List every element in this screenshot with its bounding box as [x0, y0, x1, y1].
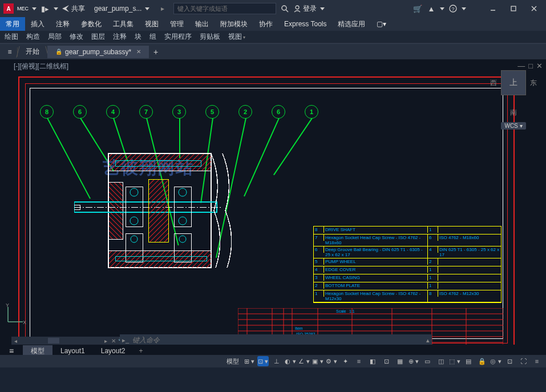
cycling-icon[interactable]: ⊡	[381, 356, 392, 366]
ribbon-tab-annotate[interactable]: 注释	[50, 17, 75, 31]
folder-icon[interactable]: ▮▸	[40, 3, 50, 14]
isodraft-icon[interactable]: ∠ ▾	[298, 356, 310, 366]
ribbon-tab-parametric[interactable]: 参数化	[75, 17, 107, 31]
command-input[interactable]	[132, 336, 423, 344]
ribbon-tab-collab[interactable]: 协作	[253, 17, 278, 31]
ribbon-tab-view[interactable]: 视图	[139, 17, 164, 31]
search-icon[interactable]	[280, 3, 290, 14]
balloon-1: 1	[305, 105, 318, 119]
ribbon-tab-addins[interactable]: 附加模块	[215, 17, 253, 31]
add-layout-button[interactable]: +	[133, 347, 148, 355]
ribbon-tab-manage[interactable]: 管理	[164, 17, 189, 31]
units-icon[interactable]: ⬚ ▾	[449, 356, 460, 366]
balloon-2: 2	[238, 105, 252, 119]
filename-display[interactable]: gear_pump_s...	[94, 5, 141, 13]
panel-annotation[interactable]: 注释	[111, 32, 129, 42]
status-model-label[interactable]: 模型	[224, 357, 241, 366]
command-line[interactable]: ▸_ ▴	[120, 334, 432, 346]
filename-dropdown[interactable]	[145, 7, 149, 10]
bom-row: 5PUMP WHEEL2	[314, 258, 501, 266]
osnap-icon[interactable]: ▣ ▾	[312, 356, 323, 366]
quickprops-icon[interactable]: ▤	[463, 356, 474, 366]
minimize-button[interactable]	[484, 3, 501, 14]
panel-construct[interactable]: 构造	[24, 32, 42, 42]
open-dropdown[interactable]	[54, 7, 58, 10]
ribbon-tab-featured[interactable]: 精选应用	[332, 17, 371, 31]
customize-icon[interactable]: ≡	[531, 356, 543, 366]
new-tab-button[interactable]: +	[149, 47, 163, 56]
panel-group[interactable]: 组	[147, 32, 159, 42]
status-bar: 模型 ⊞ ▾ ⊡ ▾ ⊥ ◐ ▾ ∠ ▾ ▣ ▾ ⚙ ▾ ✦ ≡ ◧ ⊡ ▦ ⊕…	[0, 355, 546, 367]
autodesk-icon[interactable]: ▲	[426, 3, 436, 14]
dynamic-ucs-icon[interactable]: ⊕ ▾	[408, 356, 419, 366]
svg-point-25	[131, 236, 137, 243]
panel-layers[interactable]: 图层	[89, 32, 107, 42]
hwacc-icon[interactable]: ⊡	[504, 356, 515, 366]
scroll-left-icon[interactable]: ◂	[11, 338, 19, 344]
ribbon-tab-common[interactable]: 常用	[0, 17, 25, 31]
app-logo[interactable]: A	[3, 3, 14, 14]
autodesk-dropdown[interactable]	[440, 7, 444, 10]
viewport-label[interactable]: [-][俯视][二维线框]	[14, 62, 68, 71]
cmdline-recent-icon[interactable]: ▴	[426, 337, 430, 344]
scroll-right-icon[interactable]: ▸	[102, 338, 110, 344]
gizmo-icon[interactable]: ◫	[435, 356, 447, 366]
cart-icon[interactable]: 🛒	[412, 3, 423, 14]
viewcube-east[interactable]: 东	[530, 78, 537, 88]
panel-clipboard[interactable]: 剪贴板	[197, 32, 223, 42]
share-button[interactable]: 共享	[62, 4, 85, 14]
tab-gear-pump[interactable]: 🔒 gear_pump_subassy* ✕	[47, 46, 149, 58]
viewcube-south[interactable]: 南	[488, 108, 539, 118]
ribbon-overflow[interactable]: ▢▾	[371, 17, 392, 31]
viewcube-west[interactable]: 西	[490, 78, 497, 88]
lock-ui-icon[interactable]: 🔒	[476, 356, 488, 366]
workspace-icon[interactable]: ✦	[339, 356, 351, 366]
panel-draw[interactable]: 绘图	[2, 32, 21, 42]
anno-scale-icon[interactable]: ⚙ ▾	[326, 356, 337, 366]
app-menu-dropdown[interactable]	[32, 7, 37, 10]
login-dropdown[interactable]	[320, 7, 325, 10]
viewcube[interactable]: 北 西 上 东 南 WCS ▾	[488, 76, 539, 145]
polar-icon[interactable]: ◐ ▾	[285, 356, 296, 366]
doctabs-menu-icon[interactable]: ≡	[2, 46, 17, 58]
transparency-icon[interactable]: ◧	[367, 356, 378, 366]
svg-point-22	[179, 188, 187, 196]
cmdline-chevron-icon[interactable]: ▸_	[122, 337, 129, 344]
panel-local[interactable]: 局部	[46, 32, 64, 42]
help-dropdown[interactable]	[462, 7, 466, 10]
scroll-close-icon[interactable]: ✕	[110, 338, 118, 344]
search-box[interactable]	[173, 3, 276, 14]
panel-view[interactable]: 视图	[226, 32, 248, 42]
login-button[interactable]: 登录	[293, 4, 317, 14]
ribbon-tab-express[interactable]: Express Tools	[278, 17, 332, 31]
selection-filter-icon[interactable]: ▭	[422, 356, 433, 366]
tab-close-icon[interactable]: ✕	[134, 49, 141, 55]
ucs-icon[interactable]: YX	[3, 304, 26, 328]
maximize-button[interactable]	[505, 3, 522, 14]
cleanscreen-icon[interactable]: ⛶	[517, 356, 529, 366]
panel-block[interactable]: 块	[132, 32, 144, 42]
panel-utilities[interactable]: 实用程序	[162, 32, 194, 42]
search-input[interactable]	[174, 5, 276, 12]
3dosnap-icon[interactable]: ▦	[394, 356, 406, 366]
panel-modify[interactable]: 修改	[67, 32, 86, 42]
tab-start[interactable]: 开始	[18, 46, 47, 58]
close-button[interactable]	[525, 3, 543, 14]
horizontal-scrollbar[interactable]: ◂ ▸ ✕ 🔧	[11, 337, 126, 345]
svg-rect-14	[108, 182, 123, 239]
isolate-icon[interactable]: ◎ ▾	[490, 356, 501, 366]
grid-display-icon[interactable]: ⊞ ▾	[244, 356, 255, 366]
scroll-thumb[interactable]	[48, 338, 59, 343]
snap-mode-icon[interactable]: ⊡ ▾	[257, 356, 269, 366]
layout-menu-icon[interactable]: ≡	[0, 346, 23, 355]
bom-row: 3WHEEL CASING1	[314, 274, 501, 282]
drawing-viewport[interactable]: [-][俯视][二维线框] — □ ✕ 北 西 上 东 南 WCS ▾ 8 6 …	[0, 59, 546, 367]
help-icon[interactable]: ?	[448, 3, 458, 14]
ortho-icon[interactable]: ⊥	[271, 356, 282, 366]
lineweight-icon[interactable]: ≡	[353, 356, 365, 366]
ribbon-tab-insert[interactable]: 插入	[25, 17, 50, 31]
ribbon-tab-toolset[interactable]: 工具集	[107, 17, 139, 31]
viewcube-top-face[interactable]: 上	[501, 70, 526, 95]
wcs-label[interactable]: WCS ▾	[501, 122, 525, 130]
ribbon-tab-output[interactable]: 输出	[189, 17, 215, 31]
